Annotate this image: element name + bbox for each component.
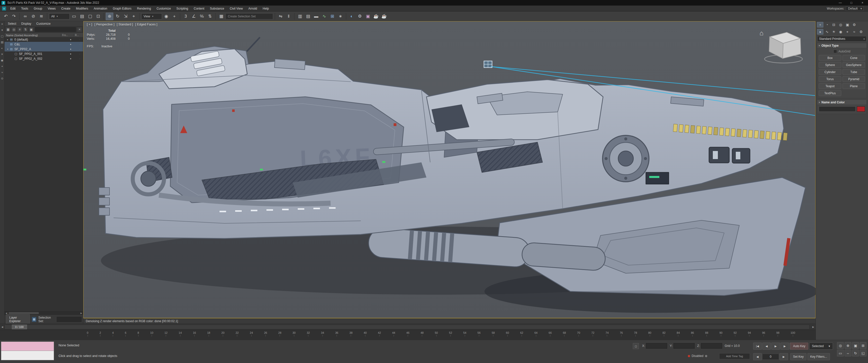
select-object-icon[interactable]: ▭ [70,12,78,20]
tab-layer-explorer[interactable]: Layer Explorer [6,315,30,324]
maxscript-mini-listener[interactable] [1,341,54,361]
zoom-icon[interactable]: ◎ [837,342,844,349]
tab-display-icon[interactable]: ▣ [844,22,850,28]
timeline-tick[interactable]: 60 [506,331,509,336]
explorer-menu-select[interactable]: Select [5,22,19,26]
timeline-tick[interactable]: 52 [449,331,452,336]
menu-modifiers[interactable]: Modifiers [73,6,91,11]
key-back-button[interactable]: ◀ [753,353,762,360]
autogrid-control[interactable]: AutoGrid [819,50,865,53]
menu-tools[interactable]: Tools [19,6,31,11]
schematic-view-icon[interactable]: ⊞ [329,12,336,20]
toggle-layer-explorer-icon[interactable]: ▤ [304,12,312,20]
object-button-teapot[interactable]: Teapot [819,83,841,89]
object-button-sphere[interactable]: Sphere [819,62,841,68]
object-color-swatch[interactable] [857,106,865,112]
perspective-viewport[interactable]: L6XF [83,21,815,318]
object-button-plane[interactable]: Plane [842,83,865,89]
timeline-tick[interactable]: 12 [164,331,167,336]
visibility-icon[interactable]: ● [65,38,76,41]
timeline-tick[interactable]: 56 [477,331,480,336]
timeline-tick[interactable]: 50 [435,331,438,336]
name-color-rollout-header[interactable]: ▾ Name and Color [817,100,867,105]
explorer-row[interactable]: ▢SF_PP02_A_001●· [4,52,83,56]
time-slider-track[interactable]: 0 / 100 [4,325,809,329]
object-button-cylinder[interactable]: Cylinder [819,69,841,75]
z-coordinate-field[interactable] [701,343,722,349]
timeline-tick[interactable]: 82 [662,331,665,336]
viewport-faces-menu[interactable]: [ Edged Faces ] [135,23,157,26]
timeline-tick[interactable]: 92 [734,331,737,336]
viewcube-home-icon[interactable]: ⌂ [760,29,764,37]
timeline-tick[interactable]: 6 [125,331,126,336]
zoom-all-icon[interactable]: ⊕ [844,342,851,349]
y-coordinate-field[interactable] [674,343,695,349]
next-frame-button[interactable]: ▶ [780,342,789,350]
menu-group[interactable]: Group [31,6,45,11]
align-icon[interactable]: ‖ [285,12,292,20]
menu-civil-view[interactable]: Civil View [227,6,246,11]
menu-scripting[interactable]: Scripting [174,6,191,11]
minimize-button[interactable]: — [835,0,846,5]
timeline-tick[interactable]: 32 [307,331,310,336]
key-mode-dropdown[interactable]: Selected▾ [809,342,833,350]
zoom-region-icon[interactable]: ▭ [837,350,844,357]
primitive-type-dropdown[interactable]: Standard Primitives ▾ [817,36,867,42]
menu-content[interactable]: Content [191,6,207,11]
close-button[interactable]: × [857,0,868,5]
key-filters-button[interactable]: Key Filters... [807,353,830,360]
tab-modify-icon[interactable]: ◔ [824,22,830,28]
viewport-general-menu[interactable]: [ + ] [87,23,92,26]
percent-snap-icon[interactable]: % [198,12,206,20]
tab-hierarchy-icon[interactable]: ⊟ [831,22,837,28]
play-button[interactable]: ▶ [771,342,780,350]
rectangular-selection-region-icon[interactable]: ▢ [86,12,94,20]
select-and-link-icon[interactable]: ∞ [22,12,29,20]
go-to-start-button[interactable]: |◀ [753,342,762,350]
timeline-tick[interactable]: 26 [264,331,267,336]
menu-rendering[interactable]: Rendering [134,6,154,11]
filter-spacewarps-icon[interactable]: ≈ [0,71,4,74]
category-shapes-icon[interactable]: ∿ [824,29,830,35]
maxscript-macro-recorder[interactable] [1,341,54,351]
workspaces-control[interactable]: Workspaces: Default [827,6,866,11]
filter-layers-icon[interactable]: ▤ [0,40,4,44]
timeline-tick[interactable]: 20 [221,331,224,336]
timeline-tick[interactable]: 2 [99,331,101,336]
scroll-left-icon[interactable]: ◀ [4,312,8,315]
reference-coordinate-dropdown[interactable]: View▾ [141,13,162,20]
object-type-rollout-header[interactable]: ▾ Object Type [817,43,867,48]
timeline-tick[interactable]: 22 [236,331,239,336]
menu-animation[interactable]: Animation [91,6,110,11]
timeline-tick[interactable]: 96 [762,331,765,336]
lock-explorer-icon[interactable]: ▣ [29,27,34,32]
rendered-frame-window-icon[interactable]: ▣ [364,12,372,20]
timeline-tick[interactable]: 54 [463,331,466,336]
timeline-tick[interactable]: 48 [421,331,424,336]
menu-graph-editors[interactable]: Graph Editors [110,6,134,11]
spinner-snap-icon[interactable]: ⇅ [206,12,214,20]
filter-cameras-icon[interactable]: ◉ [0,59,4,62]
window-crossing-toggle-icon[interactable]: ⊡ [94,12,102,20]
timeline-tick[interactable]: 42 [378,331,381,336]
explorer-menu-display[interactable]: Display [19,22,33,26]
category-spacewarps-icon[interactable]: ≈ [851,29,858,35]
category-helpers-icon[interactable]: ⌖ [844,29,850,35]
pin-explorer-icon[interactable]: ⊙ [0,77,4,80]
select-and-rotate-icon[interactable]: ↻ [114,12,121,20]
selection-filter-dropdown[interactable]: All▾ [49,13,70,20]
timeline-tick[interactable]: 90 [719,331,722,336]
menu-create[interactable]: Create [59,6,73,11]
workspace-dropdown[interactable]: Default [846,6,864,11]
viewcube[interactable]: ⌂ [760,29,802,63]
render-iterative-icon[interactable]: ☕ [380,12,388,20]
explorer-row[interactable]: ▾▤SF_PP02_A●· [4,46,83,52]
timeline-tick[interactable]: 4 [112,331,114,336]
menu-views[interactable]: Views [45,6,59,11]
angle-snap-icon[interactable]: ∠ [190,12,197,20]
timeline-tick[interactable]: 44 [392,331,395,336]
object-button-geosphere[interactable]: GeoSphere [842,62,865,68]
search-icon[interactable]: ◎ [11,27,17,32]
timeline-tick[interactable]: 62 [520,331,523,336]
render-production-icon[interactable]: ☕ [372,12,380,20]
